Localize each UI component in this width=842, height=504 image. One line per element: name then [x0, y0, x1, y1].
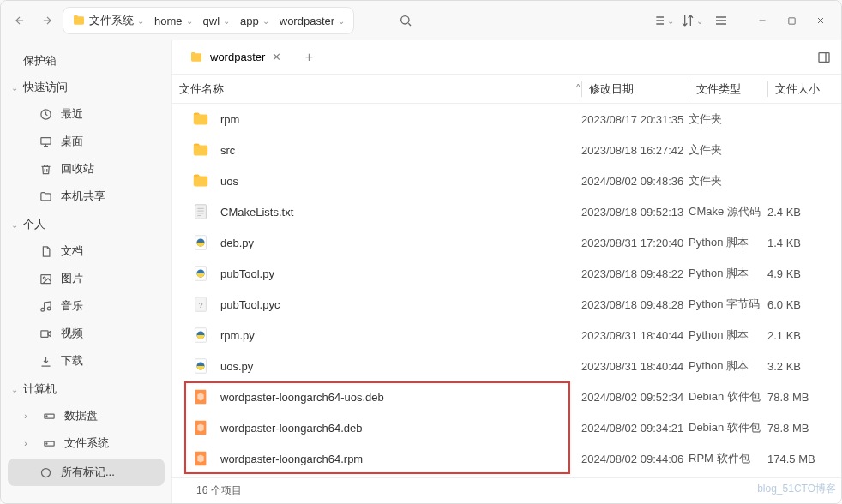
file-row[interactable]: wordpaster-loongarch64.deb2024/08/02 09:… — [172, 412, 841, 443]
file-type: 文件夹 — [689, 173, 767, 189]
file-type: Python 脚本 — [689, 235, 767, 250]
chevron-right-icon: › — [21, 411, 30, 421]
col-name[interactable]: 文件名称˄ — [179, 81, 581, 97]
file-row[interactable]: CMakeLists.txt2023/08/18 09:52:13CMake 源… — [172, 196, 841, 227]
panel-toggle-button[interactable] — [814, 47, 834, 68]
sidebar-item-documents[interactable]: 文档 — [1, 237, 171, 265]
file-size: 78.8 MB — [767, 391, 834, 404]
svg-rect-8 — [40, 330, 47, 337]
file-row[interactable]: ?pubTool.pyc2023/08/18 09:48:28Python 字节… — [172, 289, 841, 320]
file-row[interactable]: deb.py2023/08/31 17:20:40Python 脚本1.4 KB — [172, 227, 841, 258]
sidebar-item-tags[interactable]: 所有标记... — [8, 459, 165, 486]
crumb-home[interactable]: home⌄ — [149, 9, 198, 33]
file-name: uos — [220, 175, 238, 188]
svg-point-10 — [45, 415, 46, 416]
svg-point-12 — [45, 442, 46, 443]
file-size: 3.2 KB — [767, 360, 834, 373]
svg-point-6 — [40, 308, 44, 311]
menu-button[interactable] — [707, 7, 735, 34]
file-row[interactable]: src2023/08/18 16:27:42文件夹 — [172, 135, 841, 165]
chevron-down-icon: ⌄ — [186, 16, 193, 26]
folder-icon — [189, 51, 203, 64]
file-size: 4.9 KB — [767, 267, 834, 280]
crumb-qwl[interactable]: qwl⌄ — [198, 9, 236, 33]
sidebar-item-videos[interactable]: 视频 — [1, 320, 171, 347]
search-button[interactable] — [392, 7, 419, 34]
svg-rect-14 — [819, 52, 829, 62]
crumb-app[interactable]: app⌄ — [235, 9, 274, 33]
sidebar-section-personal[interactable]: ⌄个人 — [1, 212, 171, 237]
file-type: Python 脚本 — [689, 327, 767, 343]
file-name: deb.py — [220, 237, 254, 249]
sidebar-item-music[interactable]: 音乐 — [1, 292, 171, 320]
file-row[interactable]: uos.py2023/08/31 18:40:44Python 脚本3.2 KB — [172, 351, 841, 381]
file-name: rpm.py — [220, 329, 255, 342]
chevron-down-icon: ⌄ — [223, 16, 230, 26]
svg-point-5 — [43, 277, 45, 279]
sidebar-item-trash[interactable]: 回收站 — [1, 155, 171, 183]
folder-icon — [39, 189, 52, 203]
file-date: 2023/08/18 16:27:42 — [581, 144, 689, 157]
new-tab-button[interactable]: + — [298, 47, 319, 68]
file-date: 2024/08/02 09:44:06 — [581, 453, 689, 465]
file-size: 2.1 KB — [767, 329, 834, 342]
file-size: 1.4 KB — [767, 237, 834, 249]
file-name: rpm — [220, 113, 239, 126]
file-name: uos.py — [220, 360, 253, 373]
col-date[interactable]: 修改日期 — [581, 81, 689, 97]
file-name: wordpaster-loongarch64.rpm — [220, 453, 363, 465]
sidebar-item-downloads[interactable]: 下载 — [1, 347, 171, 375]
sidebar-item-recent[interactable]: 最近 — [1, 100, 171, 128]
sidebar-section-quick[interactable]: ⌄快速访问 — [1, 75, 171, 100]
col-size[interactable]: 文件大小 — [767, 81, 834, 97]
file-name: src — [220, 144, 235, 157]
minimize-button[interactable] — [749, 7, 776, 34]
sidebar-section-computer[interactable]: ⌄计算机 — [1, 376, 171, 402]
maximize-button[interactable] — [778, 7, 805, 34]
file-type: CMake 源代码 — [689, 204, 767, 219]
file-name: pubTool.pyc — [220, 298, 280, 311]
tab-wordpaster[interactable]: wordpaster ✕ — [179, 45, 292, 69]
crumb-wordpaster[interactable]: wordpaster⌄ — [274, 9, 350, 33]
content: wordpaster ✕ + 文件名称˄ 修改日期 文件类型 文件大小 rpm2… — [172, 40, 841, 503]
file-type: RPM 软件包 — [689, 451, 767, 466]
forward-button[interactable] — [35, 9, 59, 33]
folder-icon — [72, 14, 86, 27]
svg-rect-3 — [40, 137, 50, 144]
crumb-root[interactable]: 文件系统 ⌄ — [67, 9, 149, 33]
chevron-right-icon: › — [21, 439, 30, 448]
sidebar-item-filesystem[interactable]: ›文件系统 — [1, 429, 171, 457]
file-date: 2024/08/02 09:48:36 — [581, 175, 689, 188]
file-row[interactable]: wordpaster-loongarch64.rpm2024/08/02 09:… — [172, 443, 841, 474]
disk-icon — [42, 409, 56, 423]
chevron-down-icon: ⌄ — [262, 16, 269, 26]
file-date: 2024/08/02 09:52:34 — [581, 391, 689, 404]
file-row[interactable]: uos2024/08/02 09:48:36文件夹 — [172, 165, 841, 196]
main: 保护箱 ⌄快速访问 最近 桌面 回收站 本机共享 ⌄个人 文档 图片 音乐 视频… — [1, 40, 841, 503]
file-row[interactable]: rpm2023/08/17 20:31:35文件夹 — [172, 104, 841, 135]
statusbar: 16 个项目 — [172, 477, 841, 503]
sort-button[interactable]: ⌄ — [678, 7, 706, 34]
sidebar-item-share[interactable]: 本机共享 — [1, 183, 171, 210]
sidebar-item-desktop[interactable]: 桌面 — [1, 128, 171, 155]
file-row[interactable]: rpm.py2023/08/31 18:40:44Python 脚本2.1 KB — [172, 320, 841, 351]
file-row[interactable]: wordpaster-loongarch64-uos.deb2024/08/02… — [172, 381, 841, 412]
sidebar-item-pictures[interactable]: 图片 — [1, 265, 171, 292]
view-list-button[interactable]: ⌄ — [649, 7, 677, 34]
file-type: Debian 软件包 — [689, 389, 767, 405]
sidebar-item-data-disk[interactable]: ›数据盘 — [1, 402, 171, 429]
file-row[interactable]: pubTool.py2023/08/18 09:48:22Python 脚本4.… — [172, 258, 841, 289]
download-icon — [39, 354, 52, 368]
chevron-down-icon: ⌄ — [338, 16, 345, 26]
back-button[interactable] — [8, 9, 32, 33]
svg-rect-1 — [788, 17, 794, 23]
close-button[interactable] — [807, 7, 834, 34]
columns-header: 文件名称˄ 修改日期 文件类型 文件大小 — [172, 75, 841, 104]
col-type[interactable]: 文件类型 — [689, 81, 767, 97]
file-date: 2023/08/31 17:20:40 — [581, 237, 689, 249]
svg-point-0 — [401, 16, 409, 24]
sidebar-item-vault[interactable]: 保护箱 — [1, 47, 171, 75]
tab-close-button[interactable]: ✕ — [272, 51, 281, 63]
breadcrumb: 文件系统 ⌄ home⌄ qwl⌄ app⌄ wordpaster⌄ — [63, 7, 354, 34]
music-icon — [39, 299, 52, 313]
